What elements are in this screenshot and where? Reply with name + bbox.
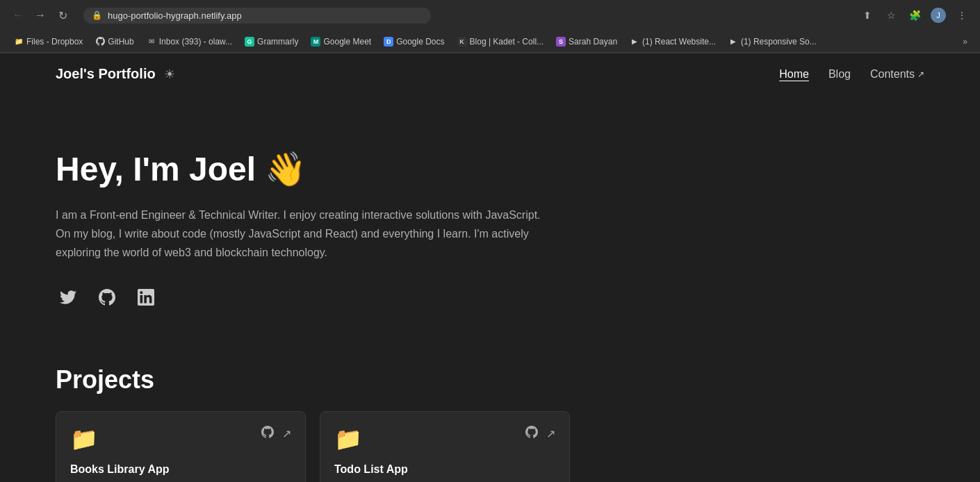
folder-icon: 📁 [334,426,362,452]
bookmarks-bar: 📁 Files - Dropbox GitHub ✉ Inbox (393) -… [0,31,980,53]
inbox-favicon: ✉ [147,37,156,47]
bookmark-label: Blog | Kadet - Coll... [470,37,544,47]
nav-contents-link[interactable]: Contents ↗ [870,68,924,81]
browser-chrome: ← → ↻ 🔒 hugo-portfolio-hygraph.netlify.a… [0,0,980,53]
linkedin-link[interactable] [133,285,158,310]
bookmark-label: Inbox (393) - olaw... [159,37,232,47]
bookmarks-more-button[interactable]: » [958,35,972,49]
bookmark-label: GitHub [108,37,133,47]
nav-blog-link[interactable]: Blog [828,68,851,81]
bookmark-label: Files - Dropbox [26,37,83,47]
bookmark-grammarly[interactable]: G Grammarly [239,35,304,49]
address-bar[interactable]: 🔒 hugo-portfolio-hygraph.netlify.app [83,8,431,24]
bookmark-google-docs[interactable]: D Google Docs [378,35,450,49]
toolbar-icons: ⬆ ☆ 🧩 J ⋮ [858,6,972,25]
docs-favicon: D [384,37,393,47]
responsive-favicon: ▶ [728,37,738,47]
profile-button[interactable]: J [929,6,948,25]
nav-buttons: ← → ↻ [8,6,72,25]
github-favicon [95,37,105,47]
sarah-favicon: S [556,37,566,47]
project-card-actions: ↗ [261,426,291,442]
grammarly-favicon: G [245,37,254,47]
bookmark-inbox[interactable]: ✉ Inbox (393) - olaw... [141,35,238,49]
bookmark-responsive-so[interactable]: ▶ (1) Responsive So... [723,35,822,49]
back-button[interactable]: ← [8,6,28,25]
bookmark-button[interactable]: ☆ [881,6,901,25]
reload-button[interactable]: ↻ [53,6,72,25]
project-external-link-icon[interactable]: ↗ [546,427,555,440]
page-content: Joel's Portfolio ☀ Home Blog Contents ↗ … [0,53,980,482]
project-name: Todo List App [334,463,555,479]
bookmark-react-website[interactable]: ▶ (1) React Website... [624,35,721,49]
social-links [56,285,924,310]
twitter-link[interactable] [56,285,81,310]
project-card-todo-list[interactable]: 📁 ↗ Todo List App [320,411,570,482]
bookmark-sarah-dayan[interactable]: S Sarah Dayan [550,35,623,49]
bookmark-google-meet[interactable]: M Google Meet [305,35,377,49]
url-text: hugo-portfolio-hygraph.netlify.app [108,10,423,21]
bookmark-label: Google Meet [323,37,371,47]
bookmark-label: (1) React Website... [642,37,716,47]
forward-button[interactable]: → [31,6,50,25]
theme-toggle-button[interactable]: ☀ [164,67,175,82]
lock-icon: 🔒 [92,10,102,20]
site-logo-area: Joel's Portfolio ☀ [56,66,175,82]
hero-section: Hey, I'm Joel 👋 I am a Front-end Enginee… [0,94,980,351]
menu-button[interactable]: ⋮ [952,6,972,25]
hero-bio: I am a Front-end Engineer & Technical Wr… [56,206,556,263]
share-button[interactable]: ⬆ [858,6,877,25]
bookmark-github[interactable]: GitHub [90,35,139,49]
site-nav: Joel's Portfolio ☀ Home Blog Contents ↗ [0,53,980,94]
bookmark-label: Google Docs [396,37,444,47]
react-favicon: ▶ [630,37,639,47]
project-card-header: 📁 ↗ [70,426,291,452]
hero-greeting: Hey, I'm Joel 👋 [56,150,924,189]
project-external-link-icon[interactable]: ↗ [282,427,291,440]
extensions-button[interactable]: 🧩 [905,6,924,25]
bookmark-blog-kadet[interactable]: K Blog | Kadet - Coll... [452,35,550,49]
contents-label: Contents [870,68,915,81]
kadet-favicon: K [457,37,467,47]
site-logo: Joel's Portfolio [56,66,156,82]
meet-favicon: M [311,37,320,47]
project-card-books-library[interactable]: 📁 ↗ Books Library App [56,411,306,482]
project-github-icon[interactable] [261,426,274,442]
bookmark-label: Sarah Dayan [569,37,617,47]
external-link-icon: ↗ [917,69,924,79]
projects-title: Projects [56,365,924,394]
bookmark-label: (1) Responsive So... [741,37,817,47]
project-github-icon[interactable] [525,426,538,442]
bookmark-files-dropbox[interactable]: 📁 Files - Dropbox [8,35,88,49]
projects-section: Projects 📁 ↗ Books Library App [0,351,980,482]
github-link[interactable] [95,285,120,310]
nav-home-link[interactable]: Home [779,68,809,81]
project-card-header: 📁 ↗ [334,426,555,452]
bookmark-label: Grammarly [257,37,298,47]
projects-grid: 📁 ↗ Books Library App 📁 [56,411,570,482]
dropbox-favicon: 📁 [14,37,24,47]
project-card-actions: ↗ [525,426,555,442]
site-nav-links: Home Blog Contents ↗ [779,68,924,81]
folder-icon: 📁 [70,426,98,452]
browser-toolbar: ← → ↻ 🔒 hugo-portfolio-hygraph.netlify.a… [0,0,980,31]
project-name: Books Library App [70,463,291,479]
